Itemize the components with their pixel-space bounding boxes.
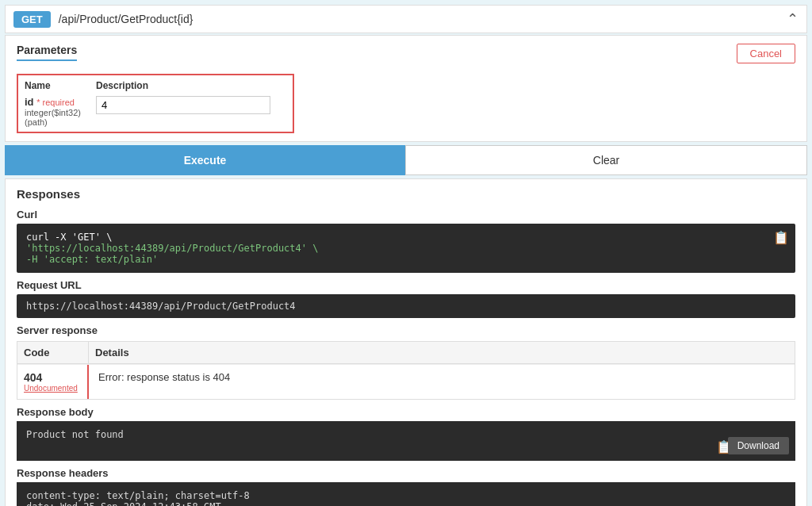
response-headers-label: Response headers bbox=[17, 467, 795, 479]
sr-details-cell: Error: response status is 404 bbox=[89, 365, 795, 389]
parameters-header: Parameters Cancel bbox=[17, 44, 795, 67]
param-name: id bbox=[25, 96, 34, 108]
server-response-table: Code Details 404 Undocumented Error: res… bbox=[17, 341, 795, 400]
sr-code-num: 404 bbox=[24, 371, 81, 384]
param-meta: id * required integer($int32) (path) bbox=[25, 96, 96, 127]
request-url-box: https://localhost:44389/api/Product/GetP… bbox=[17, 294, 795, 318]
cancel-button[interactable]: Cancel bbox=[737, 44, 795, 63]
curl-line1: curl -X 'GET' \ bbox=[26, 232, 786, 243]
download-button[interactable]: Download bbox=[728, 437, 789, 454]
param-row: id * required integer($int32) (path) bbox=[25, 96, 286, 127]
parameters-panel: Parameters Cancel Name Description id * … bbox=[5, 35, 807, 142]
responses-section: Responses Curl curl -X 'GET' \ 'https://… bbox=[5, 178, 807, 506]
param-type: integer($int32) bbox=[25, 108, 96, 117]
collapse-icon[interactable]: ⌃ bbox=[787, 10, 799, 28]
main-container: GET /api/Product/GetProduct{id} ⌃ Parame… bbox=[0, 0, 812, 506]
action-bar: Execute Clear bbox=[5, 145, 807, 175]
response-body-box: Product not found 📋 Download bbox=[17, 421, 795, 461]
response-header-line1: content-type: text/plain; charset=utf-8 bbox=[26, 490, 786, 501]
request-url-value: https://localhost:44389/api/Product/GetP… bbox=[26, 301, 296, 312]
sr-row: 404 Undocumented Error: response status … bbox=[17, 364, 795, 399]
response-headers-box: content-type: text/plain; charset=utf-8 … bbox=[17, 482, 795, 506]
response-body-content: Product not found bbox=[26, 429, 124, 440]
sr-code-cell: 404 Undocumented bbox=[17, 365, 89, 399]
params-table: Name Description id * required integer($… bbox=[17, 74, 294, 133]
endpoint-bar: GET /api/Product/GetProduct{id} ⌃ bbox=[5, 5, 807, 33]
server-response-label: Server response bbox=[17, 324, 795, 336]
endpoint-path: /api/Product/GetProduct{id} bbox=[59, 13, 787, 25]
sr-details-header: Details bbox=[89, 342, 795, 363]
sr-header: Code Details bbox=[17, 342, 795, 364]
method-badge: GET bbox=[13, 11, 51, 28]
clear-button[interactable]: Clear bbox=[405, 145, 807, 175]
curl-line3: -H 'accept: text/plain' bbox=[26, 254, 786, 265]
col-description-header: Description bbox=[96, 80, 286, 91]
curl-line2: 'https://localhost:44389/api/Product/Get… bbox=[26, 243, 786, 254]
curl-label: Curl bbox=[17, 209, 795, 220]
param-input bbox=[96, 96, 270, 114]
col-name-header: Name bbox=[25, 80, 96, 91]
curl-copy-icon[interactable]: 📋 bbox=[773, 230, 789, 245]
sr-code-header: Code bbox=[17, 342, 89, 363]
parameters-title: Parameters bbox=[17, 44, 77, 61]
execute-button[interactable]: Execute bbox=[5, 145, 405, 175]
sr-undocumented: Undocumented bbox=[24, 384, 81, 393]
response-body-label: Response body bbox=[17, 406, 795, 418]
param-location: (path) bbox=[25, 117, 96, 127]
curl-box: curl -X 'GET' \ 'https://localhost:44389… bbox=[17, 224, 795, 273]
request-url-label: Request URL bbox=[17, 279, 795, 291]
params-table-header: Name Description bbox=[25, 80, 286, 91]
id-input[interactable] bbox=[96, 96, 270, 114]
responses-title: Responses bbox=[17, 187, 795, 201]
param-required: * required bbox=[36, 98, 75, 107]
response-header-line2: date: Wed,25 Sep 2024 12:43:58 GMT bbox=[26, 501, 786, 506]
